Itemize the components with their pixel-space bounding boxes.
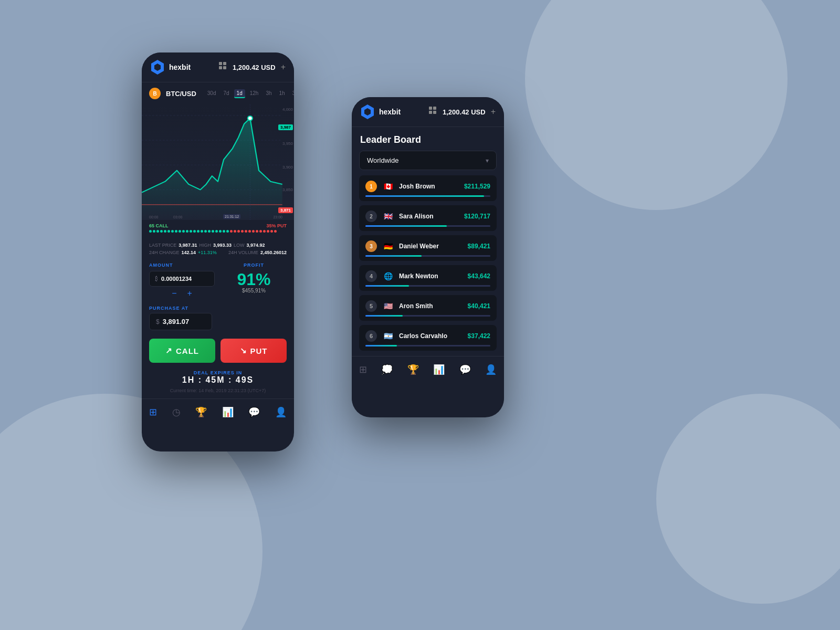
leader-item-1: 1 🇨🇦 Josh Brown $211,529 [359, 175, 497, 201]
trading-phone: hexbit 1,200.42 USD + B BTC/USD 30d 7d 1… [142, 52, 294, 452]
rank-badge-5: 5 [365, 300, 377, 312]
flag-uk: 🇬🇧 [382, 211, 394, 222]
add-button[interactable]: + [281, 62, 286, 72]
expires-time: 1H : 45M : 49S [142, 375, 294, 385]
amount-value: 0.00001234 [161, 276, 209, 282]
tab-3h[interactable]: 3h [263, 89, 274, 98]
leader-amount-2: $120,717 [464, 213, 490, 220]
put-button[interactable]: ↘ PUT [220, 339, 287, 363]
action-buttons: ↗ CALL ↘ PUT [142, 334, 294, 367]
high-label: HIGH [199, 243, 211, 248]
phone1-header: hexbit 1,200.42 USD + [142, 52, 294, 82]
nav2-trophy[interactable]: 🏆 [403, 362, 423, 377]
btc-symbol: ₿ [155, 276, 158, 282]
leader-bar-6 [365, 345, 397, 346]
time-label-0300: 03:00 [173, 215, 183, 219]
price-label-3950: 3,950 [282, 141, 293, 146]
nav-trophy[interactable]: 🏆 [191, 404, 211, 420]
leader-name-6: Carlos Carvahlo [399, 332, 463, 340]
grid-icon-2[interactable] [429, 107, 437, 117]
amount-col: AMOUNT ₿ 0.00001234 − + [149, 262, 215, 298]
app-title-2: hexbit [379, 108, 429, 116]
add-button-2[interactable]: + [491, 107, 496, 117]
leader-progress-5 [365, 315, 490, 317]
put-percentage: 35% PUT [266, 223, 287, 228]
purchase-label: PURCHASE AT [149, 306, 287, 311]
call-button[interactable]: ↗ CALL [149, 339, 215, 363]
call-icon: ↗ [165, 346, 173, 355]
rank-badge-2: 2 [365, 211, 377, 222]
svg-rect-13 [433, 107, 436, 110]
decrease-button[interactable]: − [169, 289, 180, 298]
price-label-3850: 3,850 [282, 187, 293, 192]
tab-1d[interactable]: 1d [234, 89, 245, 98]
leader-amount-1: $211,529 [464, 183, 490, 190]
change-label: 24H CHANGE [149, 250, 180, 255]
tab-12h[interactable]: 12h [247, 89, 261, 98]
nav2-message[interactable]: 💬 [455, 362, 475, 377]
flag-argentina: 🇦🇷 [382, 330, 394, 342]
call-put-dots [149, 230, 287, 237]
svg-rect-14 [429, 111, 432, 114]
leader-progress-1 [365, 195, 490, 197]
rank-badge-1: 1 [365, 181, 377, 192]
svg-rect-3 [223, 66, 226, 69]
bg-decoration-3 [656, 394, 840, 604]
nav-person[interactable]: 👤 [271, 404, 291, 420]
tab-7d[interactable]: 7d [220, 89, 232, 98]
profit-label: PROFIT [221, 262, 287, 268]
price-label-4000: 4,000 [282, 107, 293, 112]
purchase-value: 3,891.07 [163, 318, 190, 326]
nav-chart[interactable]: 📊 [218, 404, 238, 420]
leader-bar-3 [365, 255, 422, 257]
market-stats: LAST PRICE 3,987.31 HIGH 3,993.33 LOW 3,… [142, 238, 294, 250]
amount-stepper: − + [149, 289, 215, 298]
app-title: hexbit [169, 63, 219, 71]
leader-amount-3: $89,421 [468, 243, 490, 250]
leader-bar-1 [365, 195, 484, 197]
nav2-grid[interactable]: ⊞ [355, 362, 371, 377]
leader-name-1: Josh Brown [399, 183, 459, 190]
expires-label: DEAL EXPIRES IN [142, 370, 294, 375]
tab-30m[interactable]: 30m [290, 89, 294, 98]
time-label-current: 21:31:12 [223, 214, 240, 219]
volume-label: 24H VOLUME [228, 250, 258, 255]
nav-message[interactable]: 💬 [244, 404, 264, 420]
low-label: LOW [234, 243, 245, 248]
tab-30d[interactable]: 30d [205, 89, 219, 98]
grid-icon[interactable] [219, 62, 227, 72]
region-text: Worldwide [367, 156, 398, 164]
purchase-section: PURCHASE AT $ 3,891.07 [142, 303, 294, 334]
tab-1h[interactable]: 1h [277, 89, 288, 98]
price-tag-3987: 3,987 [278, 121, 293, 131]
region-selector[interactable]: Worldwide ▾ [359, 151, 497, 170]
leader-amount-4: $43,642 [468, 272, 490, 280]
deal-expires: DEAL EXPIRES IN 1H : 45M : 49S [142, 367, 294, 386]
increase-button[interactable]: + [184, 289, 195, 298]
high-value: 3,993.33 [213, 243, 232, 248]
nav2-chart[interactable]: 📊 [429, 362, 449, 377]
amount-label: AMOUNT [149, 262, 215, 268]
amount-input[interactable]: ₿ 0.00001234 [149, 271, 215, 287]
svg-rect-1 [223, 62, 226, 65]
nav2-person[interactable]: 👤 [481, 362, 501, 377]
call-put-section: 65 CALL 35% PUT [142, 220, 294, 238]
svg-rect-15 [433, 111, 436, 114]
svg-rect-2 [219, 66, 222, 69]
flag-canada: 🇨🇦 [382, 181, 394, 192]
leader-name-3: Daniel Weber [399, 243, 463, 250]
volume-value: 2,450.26012 [260, 250, 287, 255]
flag-world: 🌐 [382, 270, 394, 282]
leader-bar-4 [365, 285, 409, 287]
time-label-0000: 00:00 [149, 215, 159, 219]
purchase-input[interactable]: $ 3,891.07 [149, 313, 212, 330]
nav2-chat[interactable]: 💭 [377, 362, 397, 377]
leader-name-4: Mark Newton [399, 272, 463, 280]
current-time: Current time: 14 Feb, 2019 22:31:23 (UTC… [142, 386, 294, 398]
region-chevron: ▾ [486, 157, 489, 164]
market-stats-2: 24H CHANGE 142.14 +11.31% 24H VOLUME 2,4… [142, 250, 294, 257]
svg-rect-0 [219, 62, 222, 65]
nav-grid[interactable]: ⊞ [145, 404, 161, 420]
nav-clock[interactable]: ◷ [168, 404, 185, 420]
profit-amount: $455,91% [221, 288, 287, 293]
